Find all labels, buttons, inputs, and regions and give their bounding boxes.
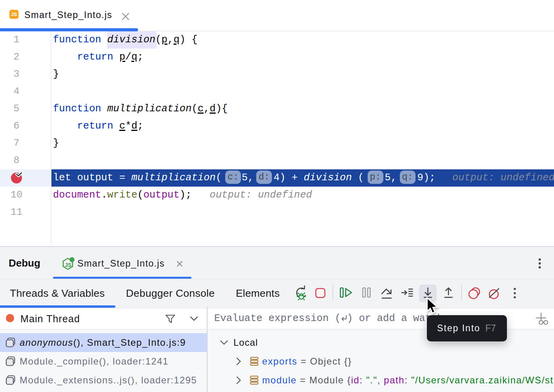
svg-text:JS: JS (65, 262, 71, 268)
